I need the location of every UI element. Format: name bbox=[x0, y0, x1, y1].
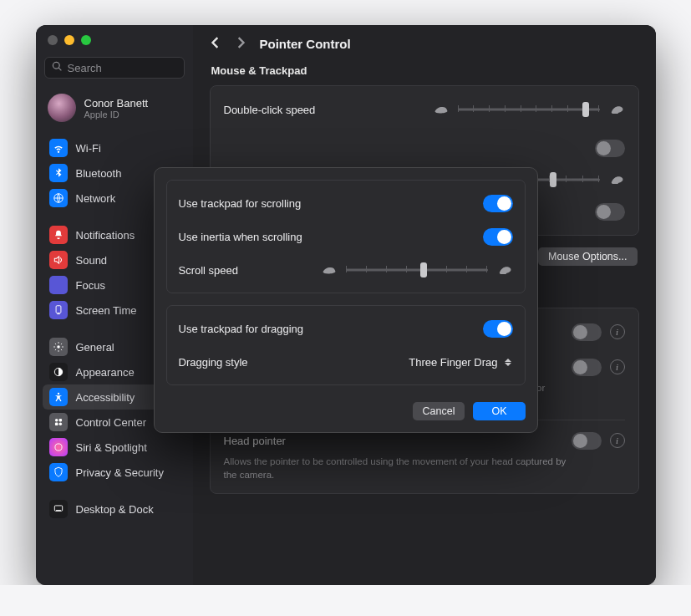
head-pointer-desc: Allows the pointer to be controlled usin… bbox=[224, 456, 575, 481]
appearance-icon bbox=[49, 363, 68, 381]
sidebar-item-label: General bbox=[76, 341, 114, 354]
drag-style-value: Three Finger Drag bbox=[409, 356, 497, 369]
info-icon[interactable]: i bbox=[610, 433, 625, 448]
notifications-icon bbox=[49, 226, 68, 244]
nav-back-button[interactable] bbox=[210, 37, 221, 51]
accessibility-icon bbox=[49, 388, 68, 406]
drag-style-select[interactable]: Three Finger Drag bbox=[409, 356, 512, 369]
svg-rect-11 bbox=[56, 510, 61, 511]
control-center-icon bbox=[49, 413, 68, 431]
sidebar-item-privacy[interactable]: Privacy & Security bbox=[43, 460, 186, 485]
head-pointer-toggle[interactable] bbox=[572, 432, 602, 450]
drag-toggle[interactable] bbox=[483, 320, 513, 338]
updown-chevron-icon bbox=[503, 356, 513, 368]
avatar bbox=[48, 94, 76, 122]
desktop-dock-icon bbox=[49, 500, 68, 518]
svg-rect-7 bbox=[54, 423, 58, 426]
sound-icon bbox=[49, 251, 68, 269]
inertia-toggle[interactable] bbox=[483, 228, 513, 246]
svg-point-5 bbox=[54, 419, 58, 422]
turtle-icon bbox=[321, 264, 338, 276]
cancel-button[interactable]: Cancel bbox=[413, 402, 465, 420]
window-controls bbox=[36, 35, 193, 57]
svg-point-4 bbox=[57, 393, 58, 395]
head-pointer-title: Head pointer bbox=[224, 435, 286, 447]
inertia-toggle-label: Use inertia when scrolling bbox=[179, 231, 302, 243]
privacy-icon bbox=[49, 463, 68, 481]
section-label-mouse-trackpad: Mouse & Trackpad bbox=[211, 64, 639, 77]
alt-pointer-toggle[interactable] bbox=[572, 359, 602, 376]
focus-icon bbox=[49, 276, 68, 294]
scroll-speed-label: Scroll speed bbox=[179, 264, 239, 277]
network-icon bbox=[49, 189, 68, 207]
close-button[interactable] bbox=[48, 35, 58, 45]
user-subtitle: Apple ID bbox=[84, 109, 149, 120]
sidebar-apple-id[interactable]: Conor Banett Apple ID bbox=[36, 89, 193, 135]
siri-icon bbox=[49, 438, 68, 456]
maximize-button[interactable] bbox=[81, 35, 91, 45]
sidebar-item-label: Desktop & Dock bbox=[76, 503, 154, 516]
ok-button[interactable]: OK bbox=[473, 402, 525, 420]
sidebar-item-label: Wi-Fi bbox=[76, 142, 101, 155]
user-name: Conor Banett bbox=[84, 97, 149, 109]
sidebar-item-label: Appearance bbox=[76, 366, 135, 379]
search-input-wrap[interactable] bbox=[44, 57, 185, 79]
page-title: Pointer Control bbox=[260, 37, 351, 51]
wifi-icon bbox=[49, 139, 68, 157]
sidebar-item-label: Privacy & Security bbox=[76, 466, 164, 479]
toggle-placeholder-1[interactable] bbox=[595, 140, 625, 157]
mouse-options-button[interactable]: Mouse Options... bbox=[538, 247, 638, 266]
toggle-placeholder-3[interactable] bbox=[572, 323, 602, 341]
drag-toggle-label: Use trackpad for dragging bbox=[179, 323, 304, 335]
svg-point-2 bbox=[57, 345, 60, 349]
svg-point-9 bbox=[54, 444, 61, 451]
sidebar-item-label: Sound bbox=[76, 254, 108, 267]
drag-style-label: Dragging style bbox=[179, 356, 248, 369]
screentime-icon bbox=[49, 301, 68, 319]
sidebar-item-desktopdock[interactable]: Desktop & Dock bbox=[43, 496, 186, 522]
bluetooth-icon bbox=[49, 164, 68, 182]
nav-forward-button[interactable] bbox=[235, 37, 246, 51]
general-icon bbox=[49, 338, 68, 356]
sidebar-item-label: Bluetooth bbox=[76, 167, 122, 180]
toggle-placeholder-2[interactable] bbox=[595, 203, 625, 221]
sidebar-item-label: Notifications bbox=[76, 229, 135, 242]
rabbit-icon bbox=[608, 174, 625, 186]
sidebar-item-label: Siri & Spotlight bbox=[76, 441, 147, 454]
sidebar-item-label: Accessibility bbox=[76, 391, 135, 404]
svg-rect-6 bbox=[58, 419, 62, 422]
sidebar-item-label: Focus bbox=[76, 279, 105, 292]
search-input[interactable] bbox=[68, 62, 193, 74]
double-click-label: Double-click speed bbox=[224, 104, 316, 116]
info-icon[interactable]: i bbox=[610, 324, 625, 339]
sidebar-item-siri[interactable]: Siri & Spotlight bbox=[43, 435, 186, 460]
rabbit-icon bbox=[608, 104, 625, 115]
svg-point-8 bbox=[58, 423, 62, 426]
trackpad-options-modal: Use trackpad for scrolling Use inertia w… bbox=[154, 167, 538, 433]
sidebar-item-label: Control Center bbox=[76, 416, 147, 429]
double-click-slider-wrap bbox=[433, 102, 625, 117]
sidebar-item-label: Screen Time bbox=[76, 304, 137, 317]
info-icon[interactable]: i bbox=[610, 359, 625, 374]
scroll-toggle[interactable] bbox=[483, 195, 513, 212]
main-header: Pointer Control bbox=[193, 25, 656, 59]
search-icon bbox=[52, 61, 68, 74]
svg-rect-1 bbox=[56, 306, 61, 313]
rabbit-icon bbox=[496, 264, 513, 276]
double-click-slider[interactable] bbox=[458, 102, 600, 117]
sidebar-item-wifi[interactable]: Wi-Fi bbox=[43, 135, 186, 160]
settings-window: Conor Banett Apple ID Wi-Fi Bluetooth bbox=[36, 25, 656, 585]
scroll-speed-slider[interactable] bbox=[346, 262, 488, 277]
turtle-icon bbox=[433, 104, 450, 115]
minimize-button[interactable] bbox=[64, 35, 74, 45]
scroll-toggle-label: Use trackpad for scrolling bbox=[179, 197, 302, 210]
sidebar-item-label: Network bbox=[76, 192, 116, 205]
